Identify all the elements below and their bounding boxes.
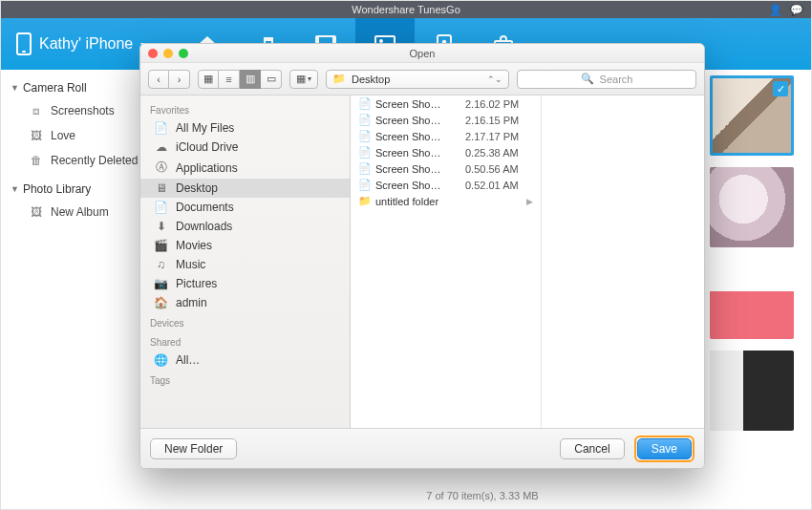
album-icon: 🖼 xyxy=(30,206,43,218)
favorite-item-icloud-drive[interactable]: ☁iCloud Drive xyxy=(140,138,350,157)
file-name: Screen Sho… xyxy=(375,180,459,191)
user-icon[interactable]: 👤 xyxy=(769,1,782,18)
sidebar-item-recently-deleted[interactable]: 🗑Recently Deleted xyxy=(1,148,154,173)
favorite-item-admin[interactable]: 🏠admin xyxy=(140,293,350,312)
path-selector[interactable]: 📁 Desktop ⌃⌄ xyxy=(326,70,509,89)
favorites-sidebar: Favorites 📄All My Files☁iCloud DriveⒶApp… xyxy=(140,96,351,428)
disclosure-triangle-icon: ▼ xyxy=(11,83,19,93)
view-icon-grid[interactable]: ▦ xyxy=(198,70,219,89)
zoom-icon[interactable] xyxy=(179,49,188,58)
back-button[interactable]: ‹ xyxy=(148,70,169,89)
photo-thumbnail[interactable] xyxy=(710,167,794,247)
favorite-label: Pictures xyxy=(176,277,217,290)
file-icon: 📄 xyxy=(358,179,370,191)
file-row[interactable]: 📄Screen Sho…2.16.02 PM xyxy=(351,96,541,112)
sidebar-category-label: Camera Roll xyxy=(23,81,87,95)
search-placeholder: Search xyxy=(600,74,633,85)
folder-icon: 📁 xyxy=(358,195,370,207)
view-icon-columns[interactable]: ▥ xyxy=(240,70,261,89)
shared-label: All… xyxy=(176,353,200,367)
downloads-icon: ⬇ xyxy=(154,220,168,233)
favorite-item-downloads[interactable]: ⬇Downloads xyxy=(140,217,350,236)
folder-icon: 📁 xyxy=(332,73,346,85)
favorite-item-movies[interactable]: 🎬Movies xyxy=(140,236,350,255)
shared-item[interactable]: 🌐All… xyxy=(140,351,350,370)
forward-button[interactable]: › xyxy=(169,70,190,89)
globe-icon: 🌐 xyxy=(154,353,168,367)
file-icon: 📄 xyxy=(358,130,370,142)
file-icon: 📄 xyxy=(358,97,370,110)
phone-icon xyxy=(16,32,32,55)
path-label: Desktop xyxy=(352,74,390,85)
sidebar-item-new-album[interactable]: 🖼New Album xyxy=(1,200,154,224)
sidebar-item-label: Recently Deleted xyxy=(51,154,138,167)
status-line: 7 of 70 item(s), 3.33 MB xyxy=(426,490,538,501)
file-row[interactable]: 📄Screen Sho…2.17.17 PM xyxy=(351,128,541,144)
sidebar-item-love[interactable]: 🖼Love xyxy=(1,123,154,148)
favorite-item-desktop[interactable]: 🖥Desktop xyxy=(140,179,350,198)
all-files-icon: 📄 xyxy=(154,121,168,135)
desktop-icon: 🖥 xyxy=(154,181,168,195)
app-title: Wondershare TunesGo xyxy=(352,4,460,15)
documents-icon: 📄 xyxy=(154,201,168,214)
favorite-label: Documents xyxy=(176,201,234,214)
device-name: Kathy' iPhone xyxy=(39,35,133,53)
favorite-item-all-my-files[interactable]: 📄All My Files xyxy=(140,118,350,138)
chat-icon[interactable]: 💬 xyxy=(790,1,803,18)
file-row[interactable]: 📄Screen Sho…0.52.01 AM xyxy=(351,177,541,193)
favorite-label: Desktop xyxy=(176,181,218,195)
cancel-button[interactable]: Cancel xyxy=(560,438,624,459)
music-icon: ♫ xyxy=(154,258,168,271)
file-time: 2.16.02 PM xyxy=(465,98,519,110)
dialog-footer: New Folder Cancel Save xyxy=(140,428,704,468)
favorite-item-documents[interactable]: 📄Documents xyxy=(140,198,350,217)
apps-icon: Ⓐ xyxy=(154,159,168,176)
shared-header: Shared xyxy=(140,331,350,351)
view-icon-coverflow[interactable]: ▭ xyxy=(261,70,282,89)
dialog-titlebar: Open xyxy=(140,44,704,63)
favorite-label: Downloads xyxy=(176,220,232,233)
file-time: 2.17.17 PM xyxy=(465,131,519,142)
file-time: 0.50.56 AM xyxy=(465,163,519,175)
sidebar-category-camera-roll[interactable]: ▼Camera Roll xyxy=(1,77,154,98)
chevron-right-icon: ▶ xyxy=(526,197,533,206)
sidebar-item-label: Love xyxy=(51,129,75,142)
favorite-item-applications[interactable]: ⒶApplications xyxy=(140,157,350,179)
movies-icon: 🎬 xyxy=(154,239,168,252)
favorite-label: Applications xyxy=(176,161,238,175)
file-list-column: 📄Screen Sho…2.16.02 PM📄Screen Sho…2.16.1… xyxy=(351,96,542,428)
file-row[interactable]: 📄Screen Sho…0.25.38 AM xyxy=(351,144,541,160)
view-icon-list[interactable]: ≡ xyxy=(219,70,240,89)
photo-thumbnail[interactable] xyxy=(710,351,794,431)
search-field[interactable]: 🔍 Search xyxy=(517,70,696,89)
save-button[interactable]: Save xyxy=(637,438,692,459)
close-icon[interactable] xyxy=(148,49,158,58)
devices-header: Devices xyxy=(140,312,350,331)
home-icon: 🏠 xyxy=(154,296,168,309)
dialog-toolbar: ‹ › ▦ ≡ ▥ ▭ ▦ ▾ 📁 Desktop ⌃⌄ 🔍 Search xyxy=(140,63,704,96)
sidebar-category-photo-library[interactable]: ▼Photo Library xyxy=(1,179,154,200)
device-selector[interactable]: Kathy' iPhone ▾ xyxy=(16,32,145,55)
file-row[interactable]: 📄Screen Sho…2.16.15 PM xyxy=(351,112,541,128)
nav-back-forward: ‹ › xyxy=(148,70,190,89)
minimize-icon[interactable] xyxy=(163,49,173,58)
favorite-label: Music xyxy=(176,258,205,271)
photo-thumbnail[interactable] xyxy=(710,259,794,339)
file-row[interactable]: 📄Screen Sho…0.50.56 AM xyxy=(351,160,541,177)
dialog-title: Open xyxy=(140,48,704,59)
heart-icon: 🖼 xyxy=(30,130,43,141)
photo-thumbnail[interactable] xyxy=(710,75,794,156)
favorite-item-music[interactable]: ♫Music xyxy=(140,255,350,274)
file-icon: 📄 xyxy=(358,146,370,159)
disclosure-triangle-icon: ▼ xyxy=(11,184,19,194)
new-folder-button[interactable]: New Folder xyxy=(150,438,237,459)
favorite-label: iCloud Drive xyxy=(176,140,238,154)
app-titlebar: Wondershare TunesGo 👤 💬 xyxy=(1,1,811,18)
arrange-button[interactable]: ▦ ▾ xyxy=(289,70,318,89)
sidebar-category-label: Photo Library xyxy=(23,182,91,196)
favorite-item-pictures[interactable]: 📷Pictures xyxy=(140,274,350,293)
sidebar-item-screenshots[interactable]: ⧈Screenshots xyxy=(1,98,154,123)
sidebar-item-label: Screenshots xyxy=(51,104,115,117)
file-icon: 📄 xyxy=(358,162,370,175)
folder-row[interactable]: 📁untitled folder▶ xyxy=(351,193,541,209)
